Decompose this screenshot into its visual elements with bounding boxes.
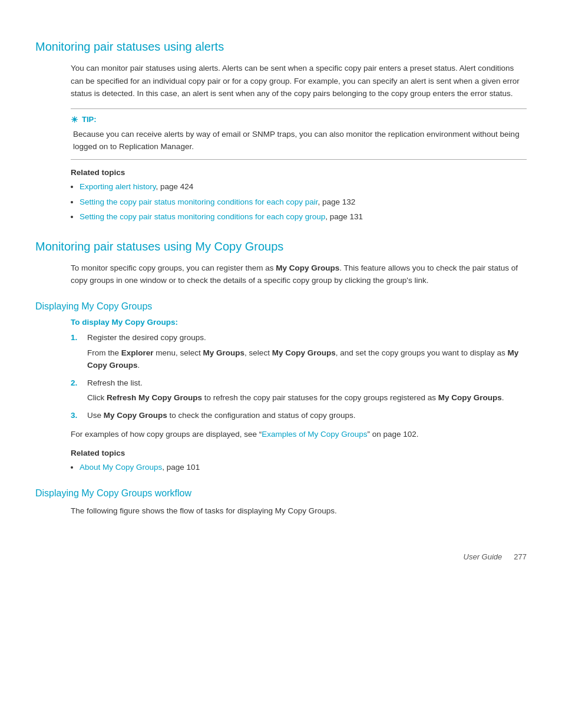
link-suffix: , page 131 xyxy=(325,212,363,221)
link-suffix: , page 424 xyxy=(156,182,194,191)
link-suffix: , page 101 xyxy=(162,463,200,472)
tip-label: TIP: xyxy=(82,115,97,124)
step-content-1: Register the desired copy groups. From t… xyxy=(87,331,527,372)
link-exporting-alert[interactable]: Exporting alert history xyxy=(80,182,156,191)
section4-body: The following figure shows the flow of t… xyxy=(71,505,527,518)
step-3: 3. Use My Copy Groups to check the confi… xyxy=(71,409,527,422)
step-2: 2. Refresh the list. Click Refresh My Co… xyxy=(71,377,527,404)
example-pre: For examples of how copy groups are disp… xyxy=(71,430,262,439)
section2-title: Monitoring pair statuses using My Copy G… xyxy=(35,240,527,253)
link-about-my-copy[interactable]: About My Copy Groups xyxy=(80,463,162,472)
step-main-1: Register the desired copy groups. xyxy=(87,333,206,342)
section1-title: Monitoring pair statuses using alerts xyxy=(35,40,527,54)
step-num-3: 3. xyxy=(71,409,81,422)
footer-guide: User Guide xyxy=(464,552,503,561)
link-copy-group[interactable]: Setting the copy pair status monitoring … xyxy=(80,212,325,221)
section1-related-list: Exporting alert history, page 424 Settin… xyxy=(80,180,527,223)
step-1: 1. Register the desired copy groups. Fro… xyxy=(71,331,527,372)
link-examples-my-copy-groups[interactable]: Examples of My Copy Groups xyxy=(262,430,367,439)
footer-page: 277 xyxy=(514,552,527,561)
section1-body: You can monitor pair statuses using aler… xyxy=(71,62,527,100)
section3-related-list: About My Copy Groups, page 101 xyxy=(80,461,527,474)
section3-example-text: For examples of how copy groups are disp… xyxy=(71,428,527,441)
link-suffix: , page 132 xyxy=(318,197,355,206)
section3-title: Displaying My Copy Groups xyxy=(35,301,527,312)
section3-sub-title: To display My Copy Groups: xyxy=(71,318,527,327)
tip-text: Because you can receive alerts by way of… xyxy=(73,128,527,153)
step-main-2: Refresh the list. xyxy=(87,378,143,387)
section3-related-label: Related topics xyxy=(71,449,527,457)
step-sub-1: From the Explorer menu, select My Groups… xyxy=(87,347,527,372)
list-item: Setting the copy pair status monitoring … xyxy=(80,196,527,209)
section2-body: To monitor specific copy groups, you can… xyxy=(71,262,527,287)
step-main-3: Use My Copy Groups to check the configur… xyxy=(87,411,355,420)
tip-icon: ☀ xyxy=(71,115,78,124)
tip-box: ☀ TIP: Because you can receive alerts by… xyxy=(71,108,527,160)
list-item: Setting the copy pair status monitoring … xyxy=(80,210,527,223)
link-copy-pair[interactable]: Setting the copy pair status monitoring … xyxy=(80,197,318,206)
section1-related-label: Related topics xyxy=(71,168,527,177)
step-num-2: 2. xyxy=(71,377,81,390)
page-footer: User Guide 277 xyxy=(35,552,527,561)
step-content-2: Refresh the list. Click Refresh My Copy … xyxy=(87,377,527,404)
step-sub-2: Click Refresh My Copy Groups to refresh … xyxy=(87,391,527,404)
step-content-3: Use My Copy Groups to check the configur… xyxy=(87,409,527,422)
list-item: About My Copy Groups, page 101 xyxy=(80,461,527,474)
section4-title: Displaying My Copy Groups workflow xyxy=(35,488,527,499)
example-post: ” on page 102. xyxy=(368,430,419,439)
list-item: Exporting alert history, page 424 xyxy=(80,180,527,193)
section3-steps: 1. Register the desired copy groups. Fro… xyxy=(71,331,527,422)
step-num-1: 1. xyxy=(71,331,81,344)
